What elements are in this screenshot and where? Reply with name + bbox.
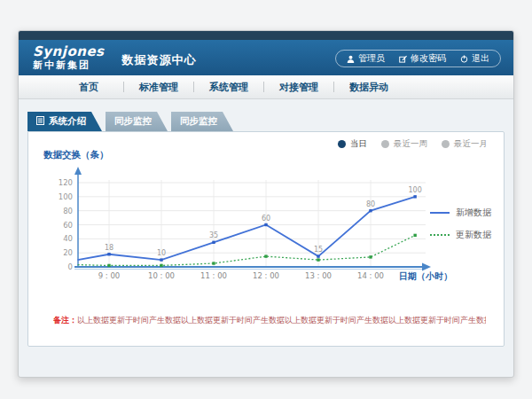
svg-text:80: 80: [366, 200, 375, 208]
content-area: 系统介绍 同步监控 同步监控 当日 最近一周: [19, 100, 513, 377]
tab-label: 同步监控: [114, 115, 152, 128]
chart-container: 0204060801001209 : 0010 : 0011 : 0012 : …: [35, 162, 456, 297]
nav-item-system-mgmt[interactable]: 系统管理: [194, 81, 263, 94]
svg-text:12 : 00: 12 : 00: [253, 271, 279, 280]
svg-text:15: 15: [314, 246, 323, 254]
legend-label: 更新数据: [456, 229, 491, 241]
tab-sync-monitor-1[interactable]: 同步监控: [106, 112, 168, 131]
radio-last-month[interactable]: 最近一月: [442, 138, 488, 150]
admin-user-label: 管理员: [358, 52, 385, 65]
tab-system-intro[interactable]: 系统介绍: [27, 112, 102, 131]
radio-last-week[interactable]: 最近一周: [381, 138, 427, 150]
note-label: 备注：: [53, 316, 77, 325]
svg-text:120: 120: [59, 178, 73, 187]
nav-item-interface-mgmt[interactable]: 对接管理: [264, 81, 333, 94]
chart-legend: 新增数据 更新数据: [430, 207, 491, 241]
logo-text-en: Synjones: [33, 45, 105, 59]
tab-bar: 系统介绍 同步监控 同步监控: [27, 112, 233, 131]
svg-text:35: 35: [209, 231, 218, 239]
data-exchange-line-chart: 0204060801001209 : 0010 : 0011 : 0012 : …: [35, 162, 456, 297]
user-icon: [347, 55, 355, 63]
app-header: Synjones 新中新集团 数据资源中心 管理员 修改密码 退出: [19, 40, 513, 75]
svg-text:20: 20: [63, 248, 73, 257]
svg-text:13 : 00: 13 : 00: [305, 271, 332, 280]
time-range-options: 当日 最近一周 最近一月: [338, 138, 488, 150]
tab-sync-monitor-2[interactable]: 同步监控: [171, 112, 233, 131]
svg-text:18: 18: [105, 244, 113, 252]
document-icon: [36, 116, 44, 127]
radio-dot: [442, 140, 450, 148]
note-text: 以上数据更新于时间产生数据以上数据更新于时间产生数据以上数据更新于时间产生数据以…: [77, 316, 486, 325]
radio-dot: [381, 140, 389, 148]
edit-icon: [399, 55, 407, 63]
y-axis-title: 数据交换（条）: [43, 149, 109, 161]
tab-label: 系统介绍: [49, 115, 86, 128]
logout-button[interactable]: 退出: [453, 52, 497, 65]
svg-text:14 : 00: 14 : 00: [357, 271, 384, 280]
svg-text:100: 100: [59, 192, 73, 201]
green-dotted-swatch: [430, 234, 450, 236]
svg-text:60: 60: [262, 215, 270, 223]
tab-label: 同步监控: [180, 115, 217, 128]
svg-text:60: 60: [63, 221, 73, 230]
radio-label: 当日: [350, 138, 367, 150]
radio-dot: [338, 140, 346, 148]
svg-text:0: 0: [68, 262, 73, 271]
admin-user-button[interactable]: 管理员: [340, 52, 392, 65]
svg-text:100: 100: [409, 186, 422, 194]
radio-label: 最近一月: [454, 138, 488, 150]
change-password-label: 修改密码: [411, 52, 446, 65]
user-menu: 管理员 修改密码 退出: [335, 50, 501, 67]
legend-updated-data: 更新数据: [430, 229, 491, 241]
nav-item-home[interactable]: 首页: [54, 81, 123, 94]
power-icon: [460, 55, 468, 63]
change-password-button[interactable]: 修改密码: [392, 52, 453, 65]
svg-text:10 : 00: 10 : 00: [148, 271, 175, 280]
svg-text:80: 80: [63, 207, 73, 215]
company-logo: Synjones 新中新集团: [33, 45, 105, 70]
window-titlebar: [19, 31, 513, 40]
app-window: Synjones 新中新集团 数据资源中心 管理员 修改密码 退出: [18, 30, 514, 378]
radio-label: 最近一周: [394, 138, 427, 150]
chart-panel: 当日 最近一周 最近一月 数据交换（条） 0204060801001209 : …: [27, 131, 505, 347]
legend-label: 新增数据: [456, 207, 491, 219]
logo-text-cn: 新中新集团: [33, 60, 105, 70]
svg-text:40: 40: [63, 234, 73, 243]
svg-text:10: 10: [157, 249, 166, 257]
svg-text:9 : 00: 9 : 00: [98, 271, 121, 280]
svg-text:11 : 00: 11 : 00: [200, 271, 227, 280]
logout-label: 退出: [472, 52, 489, 65]
radio-today[interactable]: 当日: [338, 138, 367, 150]
svg-text:日期（小时）: 日期（小时）: [399, 271, 452, 281]
blue-line-swatch: [430, 212, 450, 214]
main-nav: 首页 标准管理 系统管理 对接管理 数据异动: [19, 75, 513, 99]
footer-note: 备注：以上数据更新于时间产生数据以上数据更新于时间产生数据以上数据更新于时间产生…: [53, 315, 486, 326]
nav-item-data-change[interactable]: 数据异动: [334, 81, 403, 94]
legend-new-data: 新增数据: [430, 207, 491, 219]
page-title: 数据资源中心: [122, 52, 197, 68]
nav-item-standard-mgmt[interactable]: 标准管理: [124, 81, 193, 94]
